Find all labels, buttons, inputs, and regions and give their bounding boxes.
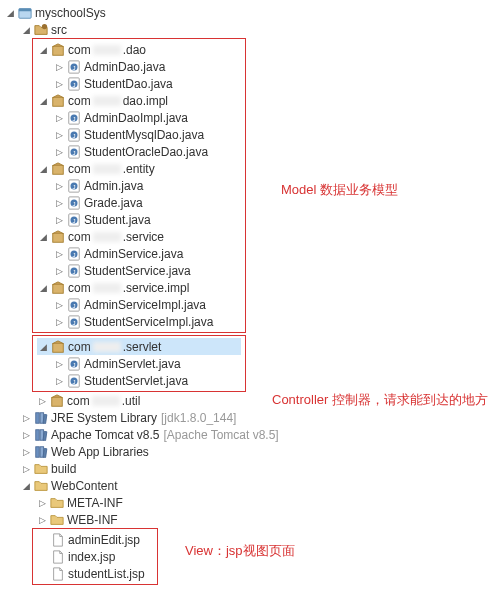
java-file[interactable]: ▷StudentOracleDao.java [53,143,241,160]
pkg-daoimpl[interactable]: ◢ comdao.impl [37,92,241,109]
file-icon [51,550,65,564]
library-icon [34,411,48,425]
pkg-servlet[interactable]: ◢ com.servlet [37,338,241,355]
collapse-icon[interactable]: ▷ [36,395,48,407]
java-file[interactable]: ▷StudentServiceImpl.java [53,313,241,330]
package-icon [51,162,65,176]
collapse-icon[interactable]: ▷ [53,358,65,370]
java-icon [67,357,81,371]
file-icon [51,567,65,581]
collapse-icon[interactable]: ▷ [53,316,65,328]
java-icon [67,145,81,159]
collapse-icon[interactable]: ▷ [53,197,65,209]
collapse-icon[interactable]: ▷ [53,146,65,158]
pkg-service[interactable]: ◢ com.service [37,228,241,245]
expand-icon[interactable]: ◢ [37,44,49,56]
folder-icon [50,496,64,510]
java-file[interactable]: ▷StudentServlet.java [53,372,241,389]
java-icon [67,374,81,388]
java-file[interactable]: ▷Grade.java [53,194,241,211]
collapse-icon[interactable]: ▷ [20,463,32,475]
collapse-icon[interactable]: ▷ [53,214,65,226]
expand-icon[interactable]: ◢ [37,95,49,107]
collapse-icon[interactable]: ▷ [20,412,32,424]
collapse-icon[interactable]: ▷ [53,180,65,192]
expand-icon[interactable]: ◢ [37,282,49,294]
library-icon [34,445,48,459]
collapse-icon[interactable]: ▷ [53,61,65,73]
java-file[interactable]: ▷Admin.java [53,177,241,194]
collapse-icon[interactable]: ▷ [53,375,65,387]
src-label: src [51,23,67,37]
java-file[interactable]: ▷Student.java [53,211,241,228]
expand-icon[interactable]: ◢ [37,231,49,243]
folder-icon [34,462,48,476]
annotation-controller: Controller 控制器，请求能到达的地方 [272,391,488,409]
package-icon [51,43,65,57]
jsp-file[interactable]: adminEdit.jsp [37,531,153,548]
jsp-file[interactable]: studentList.jsp [37,565,153,582]
pkg-serviceimpl[interactable]: ◢ com.service.impl [37,279,241,296]
collapse-icon[interactable]: ▷ [36,514,48,526]
annotation-model: Model 数据业务模型 [281,181,398,199]
collapse-icon[interactable]: ▷ [53,78,65,90]
collapse-icon[interactable]: ▷ [53,248,65,260]
folder-icon [50,513,64,527]
webcontent-folder[interactable]: ◢ WebContent [20,477,500,494]
java-icon [67,315,81,329]
java-icon [67,111,81,125]
src-folder[interactable]: ◢ src [20,21,500,38]
pkg-dao[interactable]: ◢ com.dao [37,41,241,58]
java-icon [67,77,81,91]
src-folder-icon [34,23,48,37]
collapse-icon[interactable]: ▷ [53,265,65,277]
java-file[interactable]: ▷AdminService.java [53,245,241,262]
webinf-folder[interactable]: ▷ WEB-INF [36,511,500,528]
jre-library[interactable]: ▷ JRE System Library [jdk1.8.0_144] [20,409,500,426]
collapse-icon[interactable]: ▷ [53,112,65,124]
java-file[interactable]: ▷StudentService.java [53,262,241,279]
java-icon [67,264,81,278]
java-icon [67,196,81,210]
library-icon [34,428,48,442]
build-folder[interactable]: ▷ build [20,460,500,477]
collapse-icon[interactable]: ▷ [20,446,32,458]
expand-icon[interactable]: ◢ [20,24,32,36]
collapse-icon[interactable]: ▷ [53,129,65,141]
java-icon [67,298,81,312]
java-file[interactable]: ▷AdminServiceImpl.java [53,296,241,313]
java-file[interactable]: ▷AdminServlet.java [53,355,241,372]
java-icon [67,128,81,142]
collapse-icon[interactable]: ▷ [20,429,32,441]
java-file[interactable]: ▷AdminDao.java [53,58,241,75]
java-file[interactable]: ▷StudentDao.java [53,75,241,92]
pkg-entity[interactable]: ◢ com.entity [37,160,241,177]
expand-icon[interactable]: ◢ [37,341,49,353]
project-root[interactable]: ◢ myschoolSys [4,4,500,21]
package-explorer-tree[interactable]: ◢ myschoolSys ◢ src ◢ [4,4,500,585]
java-icon [67,60,81,74]
package-icon [51,230,65,244]
jsp-file[interactable]: index.jsp [37,548,153,565]
package-icon [51,281,65,295]
java-file[interactable]: ▷AdminDaoImpl.java [53,109,241,126]
file-icon [51,533,65,547]
package-icon [51,94,65,108]
tomcat-library[interactable]: ▷ Apache Tomcat v8.5 [Apache Tomcat v8.5… [20,426,500,443]
annotation-view: View：jsp视图页面 [185,542,295,560]
webapp-library[interactable]: ▷ Web App Libraries [20,443,500,460]
metainf-folder[interactable]: ▷ META-INF [36,494,500,511]
collapse-icon[interactable]: ▷ [53,299,65,311]
java-file[interactable]: ▷StudentMysqlDao.java [53,126,241,143]
expand-icon[interactable]: ◢ [37,163,49,175]
package-icon [50,394,64,408]
folder-icon [34,479,48,493]
java-icon [67,213,81,227]
project-icon [18,6,32,20]
expand-icon[interactable]: ◢ [4,7,16,19]
project-label: myschoolSys [35,6,106,20]
collapse-icon[interactable]: ▷ [36,497,48,509]
expand-icon[interactable]: ◢ [20,480,32,492]
package-icon [51,340,65,354]
java-icon [67,179,81,193]
